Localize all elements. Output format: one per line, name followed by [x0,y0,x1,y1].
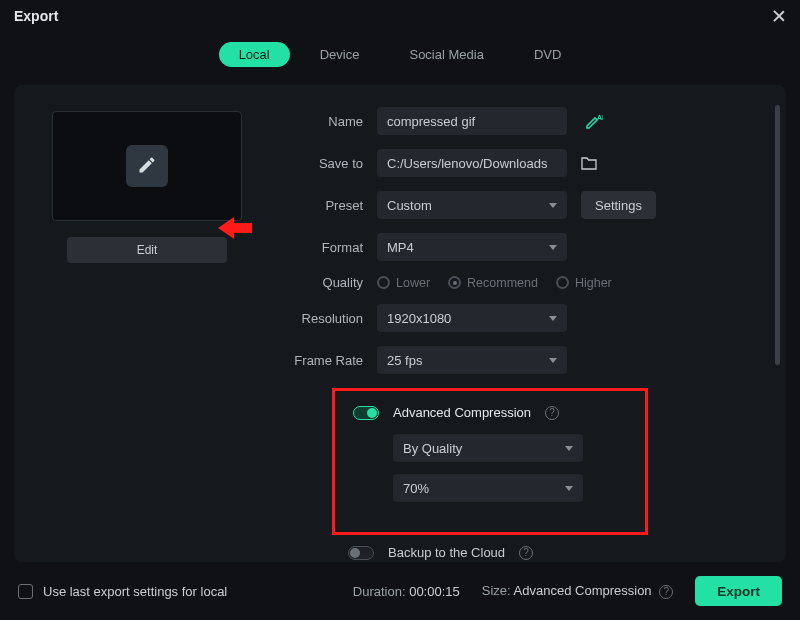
resolution-select[interactable]: 1920x1080 [377,304,567,332]
export-tabs: Local Device Social Media DVD [0,32,800,85]
video-preview [52,111,242,221]
save-to-label: Save to [288,156,363,171]
help-icon[interactable]: ? [659,585,673,599]
chevron-down-icon [549,245,557,250]
use-last-settings-label: Use last export settings for local [43,584,227,599]
row-preset: Preset Custom Settings [288,191,758,219]
quality-recommend[interactable]: Recommend [448,276,538,290]
ai-pen-icon[interactable]: AI [585,113,603,129]
footer-right: Duration: 00:00:15 Size: Advanced Compre… [353,576,782,606]
preset-value: Custom [387,198,432,213]
quality-radio-group: Lower Recommend Higher [377,276,612,290]
size-label: Size: [482,583,511,598]
backup-label: Backup to the Cloud [388,545,505,560]
edit-button[interactable]: Edit [67,237,227,263]
save-to-value: C:/Users/lenovo/Downloads [387,156,547,171]
advanced-title: Advanced Compression [393,405,531,420]
name-label: Name [288,114,363,129]
footer: Use last export settings for local Durat… [0,562,800,620]
chevron-down-icon [565,486,573,491]
help-icon[interactable]: ? [545,406,559,420]
format-label: Format [288,240,363,255]
row-backup: Backup to the Cloud ? [348,545,758,560]
window-title: Export [14,8,58,24]
save-to-field[interactable]: C:/Users/lenovo/Downloads [377,149,567,177]
framerate-value: 25 fps [387,353,422,368]
footer-left: Use last export settings for local [18,584,227,599]
close-icon[interactable] [772,9,786,23]
row-quality: Quality Lower Recommend Higher [288,275,758,290]
backup-toggle[interactable] [348,546,374,560]
advanced-header: Advanced Compression ? [353,405,627,420]
quality-label: Quality [288,275,363,290]
duration-block: Duration: 00:00:15 [353,584,460,599]
compression-amount-select[interactable]: 70% [393,474,583,502]
row-format: Format MP4 [288,233,758,261]
red-arrow-icon [218,217,252,239]
tab-dvd[interactable]: DVD [514,42,581,67]
tab-local[interactable]: Local [219,42,290,67]
advanced-toggle[interactable] [353,406,379,420]
format-value: MP4 [387,240,414,255]
name-input[interactable] [377,107,567,135]
resolution-value: 1920x1080 [387,311,451,326]
svg-marker-0 [218,217,252,239]
preview-column: Edit [42,107,252,542]
export-button[interactable]: Export [695,576,782,606]
quality-higher[interactable]: Higher [556,276,612,290]
advanced-compression-box: Advanced Compression ? By Quality 70% [332,388,648,535]
framerate-label: Frame Rate [288,353,363,368]
settings-button[interactable]: Settings [581,191,656,219]
compression-amount-value: 70% [403,481,429,496]
export-dialog: Export Local Device Social Media DVD Edi… [0,0,800,620]
duration-label: Duration: [353,584,406,599]
settings-panel: Edit Name AI Save to C:/Users/lenovo/Dow… [14,85,786,562]
quality-lower[interactable]: Lower [377,276,430,290]
compression-mode-select[interactable]: By Quality [393,434,583,462]
folder-icon[interactable] [581,156,597,170]
chevron-down-icon [549,358,557,363]
chevron-down-icon [565,446,573,451]
row-framerate: Frame Rate 25 fps [288,346,758,374]
row-name: Name AI [288,107,758,135]
row-save-to: Save to C:/Users/lenovo/Downloads [288,149,758,177]
preview-placeholder [126,145,168,187]
titlebar: Export [0,0,800,32]
panel-scrollbar[interactable] [775,105,780,365]
tab-device[interactable]: Device [300,42,380,67]
chevron-down-icon [549,203,557,208]
tab-social-media[interactable]: Social Media [389,42,503,67]
size-block: Size: Advanced Compression ? [482,583,673,599]
svg-text:AI: AI [597,114,603,121]
row-resolution: Resolution 1920x1080 [288,304,758,332]
resolution-label: Resolution [288,311,363,326]
preset-select[interactable]: Custom [377,191,567,219]
chevron-down-icon [549,316,557,321]
duration-value: 00:00:15 [409,584,460,599]
use-last-settings-checkbox[interactable] [18,584,33,599]
help-icon[interactable]: ? [519,546,533,560]
framerate-select[interactable]: 25 fps [377,346,567,374]
size-value: Advanced Compression [514,583,652,598]
compression-mode-value: By Quality [403,441,462,456]
fields-column: Name AI Save to C:/Users/lenovo/Download… [252,107,758,542]
pencil-icon [137,155,157,178]
format-select[interactable]: MP4 [377,233,567,261]
preset-label: Preset [288,198,363,213]
